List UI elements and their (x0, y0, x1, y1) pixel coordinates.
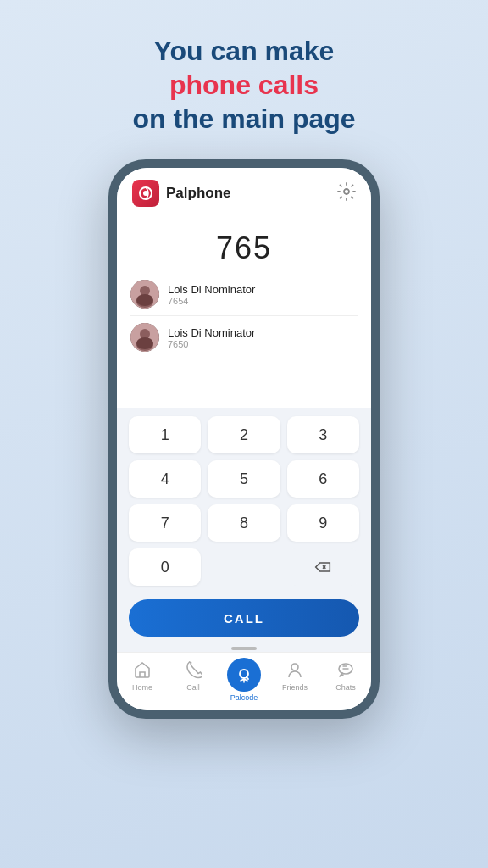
key-3[interactable]: 3 (287, 416, 359, 453)
nav-item-palcode[interactable]: Palcode (219, 658, 269, 702)
headline-line2: phone calls (132, 68, 355, 102)
call-icon (181, 658, 205, 682)
svg-point-2 (344, 189, 349, 194)
suggestion-text-1: Lois Di Nominator 7650 (168, 326, 255, 349)
avatar-1 (130, 323, 159, 352)
nav-label-chats: Chats (336, 683, 356, 692)
nav-item-chats[interactable]: Chats (320, 658, 371, 702)
headline-line3: on the main page (132, 102, 355, 136)
keypad-section: 1 2 3 4 5 6 7 8 9 0 (117, 408, 371, 591)
number-display: 765 (117, 215, 371, 273)
nav-label-home: Home (132, 683, 152, 692)
key-9[interactable]: 9 (287, 504, 359, 542)
key-4[interactable]: 4 (129, 460, 201, 498)
bottom-nav: Home Call Palcode (117, 652, 371, 710)
chats-icon (334, 658, 358, 682)
key-8[interactable]: 8 (208, 504, 280, 542)
nav-item-call[interactable]: Call (168, 658, 219, 702)
phone-screen: Palphone 765 (117, 168, 371, 710)
avatar-0 (130, 280, 159, 309)
suggestions-list: Lois Di Nominator 7654 Lois (117, 273, 371, 365)
key-5[interactable]: 5 (208, 460, 280, 498)
home-icon (130, 658, 154, 682)
key-7[interactable]: 7 (129, 504, 201, 542)
svg-point-6 (136, 294, 153, 306)
headline: You can make phone calls on the main pag… (107, 34, 380, 136)
settings-icon[interactable] (337, 182, 356, 205)
friends-icon (283, 658, 307, 682)
nav-label-palcode: Palcode (230, 693, 258, 702)
call-button[interactable]: CALL (129, 599, 359, 637)
nav-item-home[interactable]: Home (117, 658, 168, 702)
app-header: Palphone (117, 168, 371, 215)
key-0[interactable]: 0 (129, 548, 201, 586)
home-bar (231, 647, 257, 650)
phone-mockup: Palphone 765 (108, 159, 380, 719)
nav-label-friends: Friends (282, 683, 308, 692)
suggestion-item-0[interactable]: Lois Di Nominator 7654 (130, 273, 358, 316)
key-6[interactable]: 6 (287, 460, 359, 498)
app-logo-icon (132, 180, 159, 207)
suggestion-text-0: Lois Di Nominator 7654 (168, 283, 255, 306)
svg-point-14 (291, 664, 298, 670)
app-name: Palphone (166, 185, 231, 202)
key-1[interactable]: 1 (129, 416, 201, 453)
suggestion-name-0: Lois Di Nominator (168, 283, 255, 296)
call-button-wrap: CALL (117, 591, 371, 643)
home-indicator (117, 643, 371, 652)
palcode-icon (227, 658, 261, 692)
nav-label-call: Call (186, 683, 200, 692)
dialer-area: 765 Lois Di Nominator 7654 (117, 215, 371, 408)
keypad-grid: 1 2 3 4 5 6 7 8 9 0 (129, 416, 359, 586)
svg-point-10 (136, 337, 153, 349)
suggestion-ext-0: 7654 (168, 296, 255, 306)
app-logo: Palphone (132, 180, 231, 207)
nav-item-friends[interactable]: Friends (269, 658, 320, 702)
suggestion-item-1[interactable]: Lois Di Nominator 7650 (130, 316, 358, 359)
headline-line1: You can make (132, 34, 355, 68)
suggestion-ext-1: 7650 (168, 339, 255, 349)
backspace-button[interactable] (287, 548, 359, 586)
key-2[interactable]: 2 (208, 416, 280, 453)
suggestion-name-1: Lois Di Nominator (168, 326, 255, 339)
